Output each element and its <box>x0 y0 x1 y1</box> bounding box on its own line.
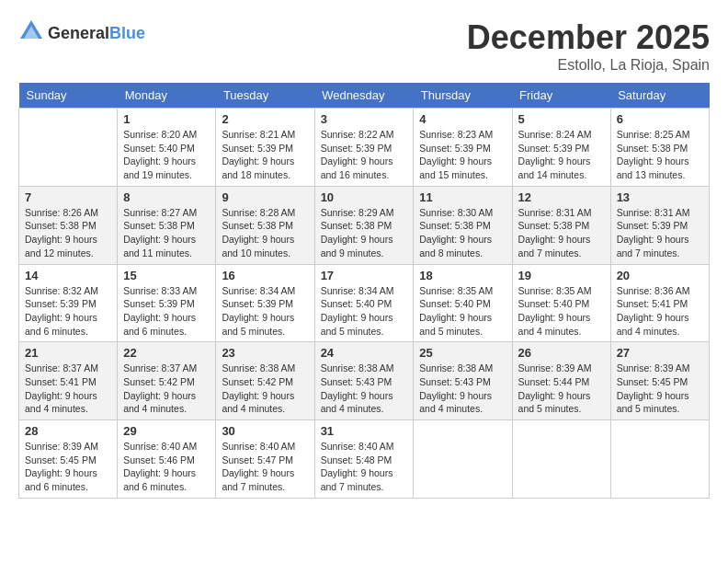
day-number: 17 <box>321 269 408 282</box>
calendar-day-cell: 9Sunrise: 8:28 AMSunset: 5:38 PMDaylight… <box>216 186 314 264</box>
calendar-day-cell: 14Sunrise: 8:32 AMSunset: 5:39 PMDayligh… <box>19 264 118 342</box>
day-number: 29 <box>123 424 210 438</box>
calendar-day-cell: 31Sunrise: 8:40 AMSunset: 5:48 PMDayligh… <box>314 420 414 499</box>
day-info: Sunrise: 8:34 AMSunset: 5:40 PMDaylight:… <box>321 284 408 339</box>
day-info: Sunrise: 8:40 AMSunset: 5:47 PMDaylight:… <box>222 440 308 494</box>
calendar-day-cell: 17Sunrise: 8:34 AMSunset: 5:40 PMDayligh… <box>314 264 414 342</box>
calendar-week-row: 14Sunrise: 8:32 AMSunset: 5:39 PMDayligh… <box>19 264 710 342</box>
weekday-header: Wednesday <box>314 83 414 109</box>
calendar-week-row: 28Sunrise: 8:39 AMSunset: 5:45 PMDayligh… <box>19 420 710 499</box>
calendar-day-cell: 23Sunrise: 8:38 AMSunset: 5:42 PMDayligh… <box>216 342 314 420</box>
day-info: Sunrise: 8:33 AMSunset: 5:39 PMDaylight:… <box>123 284 210 339</box>
day-number: 20 <box>617 269 703 282</box>
logo-icon <box>18 18 44 48</box>
day-number: 7 <box>25 190 111 204</box>
calendar-table: SundayMondayTuesdayWednesdayThursdayFrid… <box>18 83 710 499</box>
day-info: Sunrise: 8:34 AMSunset: 5:39 PMDaylight:… <box>222 284 308 339</box>
day-info: Sunrise: 8:25 AMSunset: 5:38 PMDaylight:… <box>617 128 703 182</box>
title-block: December 2025 Estollo, La Rioja, Spain <box>467 18 710 74</box>
day-info: Sunrise: 8:39 AMSunset: 5:45 PMDaylight:… <box>617 362 703 416</box>
calendar-day-cell: 6Sunrise: 8:25 AMSunset: 5:38 PMDaylight… <box>610 109 709 187</box>
weekday-header: Thursday <box>414 83 512 109</box>
calendar-day-cell: 24Sunrise: 8:38 AMSunset: 5:43 PMDayligh… <box>314 342 414 420</box>
day-info: Sunrise: 8:36 AMSunset: 5:41 PMDaylight:… <box>617 284 703 339</box>
day-number: 28 <box>25 424 111 438</box>
calendar-week-row: 7Sunrise: 8:26 AMSunset: 5:38 PMDaylight… <box>19 186 710 264</box>
calendar-day-cell <box>512 420 610 499</box>
day-number: 15 <box>123 269 210 282</box>
day-info: Sunrise: 8:21 AMSunset: 5:39 PMDaylight:… <box>222 128 308 182</box>
day-number: 31 <box>321 424 408 438</box>
calendar-week-row: 1Sunrise: 8:20 AMSunset: 5:40 PMDaylight… <box>19 109 710 187</box>
day-info: Sunrise: 8:20 AMSunset: 5:40 PMDaylight:… <box>123 128 210 182</box>
day-number: 27 <box>617 346 703 360</box>
day-number: 10 <box>321 190 408 204</box>
day-info: Sunrise: 8:38 AMSunset: 5:42 PMDaylight:… <box>222 362 308 416</box>
day-number: 12 <box>518 190 605 204</box>
weekday-header: Tuesday <box>216 83 314 109</box>
day-info: Sunrise: 8:39 AMSunset: 5:44 PMDaylight:… <box>518 362 605 416</box>
day-info: Sunrise: 8:31 AMSunset: 5:38 PMDaylight:… <box>518 206 605 260</box>
day-info: Sunrise: 8:30 AMSunset: 5:38 PMDaylight:… <box>419 206 506 260</box>
calendar-day-cell: 5Sunrise: 8:24 AMSunset: 5:39 PMDaylight… <box>512 109 610 187</box>
calendar-day-cell: 30Sunrise: 8:40 AMSunset: 5:47 PMDayligh… <box>216 420 314 499</box>
day-number: 4 <box>419 112 506 126</box>
day-info: Sunrise: 8:22 AMSunset: 5:39 PMDaylight:… <box>321 128 408 182</box>
calendar-day-cell: 11Sunrise: 8:30 AMSunset: 5:38 PMDayligh… <box>414 186 512 264</box>
calendar-day-cell: 25Sunrise: 8:38 AMSunset: 5:43 PMDayligh… <box>414 342 512 420</box>
day-number: 18 <box>419 269 506 282</box>
weekday-header: Sunday <box>19 83 118 109</box>
day-info: Sunrise: 8:27 AMSunset: 5:38 PMDaylight:… <box>123 206 210 260</box>
calendar-day-cell: 18Sunrise: 8:35 AMSunset: 5:40 PMDayligh… <box>414 264 512 342</box>
day-number: 22 <box>123 346 210 360</box>
calendar-header-row: SundayMondayTuesdayWednesdayThursdayFrid… <box>19 83 710 109</box>
day-info: Sunrise: 8:35 AMSunset: 5:40 PMDaylight:… <box>419 284 506 339</box>
day-number: 14 <box>25 269 111 282</box>
calendar-day-cell <box>610 420 709 499</box>
calendar-week-row: 21Sunrise: 8:37 AMSunset: 5:41 PMDayligh… <box>19 342 710 420</box>
day-number: 5 <box>518 112 605 126</box>
day-number: 26 <box>518 346 605 360</box>
calendar-day-cell: 20Sunrise: 8:36 AMSunset: 5:41 PMDayligh… <box>610 264 709 342</box>
day-number: 23 <box>222 346 308 360</box>
day-number: 19 <box>518 269 605 282</box>
calendar-day-cell: 29Sunrise: 8:40 AMSunset: 5:46 PMDayligh… <box>118 420 216 499</box>
calendar-day-cell: 27Sunrise: 8:39 AMSunset: 5:45 PMDayligh… <box>610 342 709 420</box>
day-number: 11 <box>419 190 506 204</box>
day-info: Sunrise: 8:35 AMSunset: 5:40 PMDaylight:… <box>518 284 605 339</box>
calendar-day-cell: 22Sunrise: 8:37 AMSunset: 5:42 PMDayligh… <box>118 342 216 420</box>
day-info: Sunrise: 8:38 AMSunset: 5:43 PMDaylight:… <box>321 362 408 416</box>
calendar-day-cell: 15Sunrise: 8:33 AMSunset: 5:39 PMDayligh… <box>118 264 216 342</box>
day-number: 8 <box>123 190 210 204</box>
day-info: Sunrise: 8:32 AMSunset: 5:39 PMDaylight:… <box>25 284 111 339</box>
day-number: 21 <box>25 346 111 360</box>
calendar-day-cell: 21Sunrise: 8:37 AMSunset: 5:41 PMDayligh… <box>19 342 118 420</box>
day-number: 1 <box>123 112 210 126</box>
calendar-day-cell: 16Sunrise: 8:34 AMSunset: 5:39 PMDayligh… <box>216 264 314 342</box>
day-info: Sunrise: 8:28 AMSunset: 5:38 PMDaylight:… <box>222 206 308 260</box>
day-number: 25 <box>419 346 506 360</box>
page-header: GeneralBlue December 2025 Estollo, La Ri… <box>18 18 710 74</box>
day-info: Sunrise: 8:40 AMSunset: 5:46 PMDaylight:… <box>123 440 210 494</box>
day-number: 6 <box>617 112 703 126</box>
day-info: Sunrise: 8:37 AMSunset: 5:41 PMDaylight:… <box>25 362 111 416</box>
calendar-day-cell: 2Sunrise: 8:21 AMSunset: 5:39 PMDaylight… <box>216 109 314 187</box>
calendar-day-cell: 10Sunrise: 8:29 AMSunset: 5:38 PMDayligh… <box>314 186 414 264</box>
calendar-day-cell <box>19 109 118 187</box>
calendar-day-cell: 28Sunrise: 8:39 AMSunset: 5:45 PMDayligh… <box>19 420 118 499</box>
calendar-day-cell: 12Sunrise: 8:31 AMSunset: 5:38 PMDayligh… <box>512 186 610 264</box>
weekday-header: Saturday <box>610 83 709 109</box>
day-info: Sunrise: 8:38 AMSunset: 5:43 PMDaylight:… <box>419 362 506 416</box>
day-number: 2 <box>222 112 308 126</box>
day-info: Sunrise: 8:37 AMSunset: 5:42 PMDaylight:… <box>123 362 210 416</box>
month-title: December 2025 <box>467 18 710 57</box>
weekday-header: Monday <box>118 83 216 109</box>
day-info: Sunrise: 8:23 AMSunset: 5:39 PMDaylight:… <box>419 128 506 182</box>
day-number: 30 <box>222 424 308 438</box>
day-number: 9 <box>222 190 308 204</box>
calendar-day-cell: 26Sunrise: 8:39 AMSunset: 5:44 PMDayligh… <box>512 342 610 420</box>
calendar-day-cell: 13Sunrise: 8:31 AMSunset: 5:39 PMDayligh… <box>610 186 709 264</box>
day-number: 3 <box>321 112 408 126</box>
location-title: Estollo, La Rioja, Spain <box>467 57 710 74</box>
day-info: Sunrise: 8:29 AMSunset: 5:38 PMDaylight:… <box>321 206 408 260</box>
